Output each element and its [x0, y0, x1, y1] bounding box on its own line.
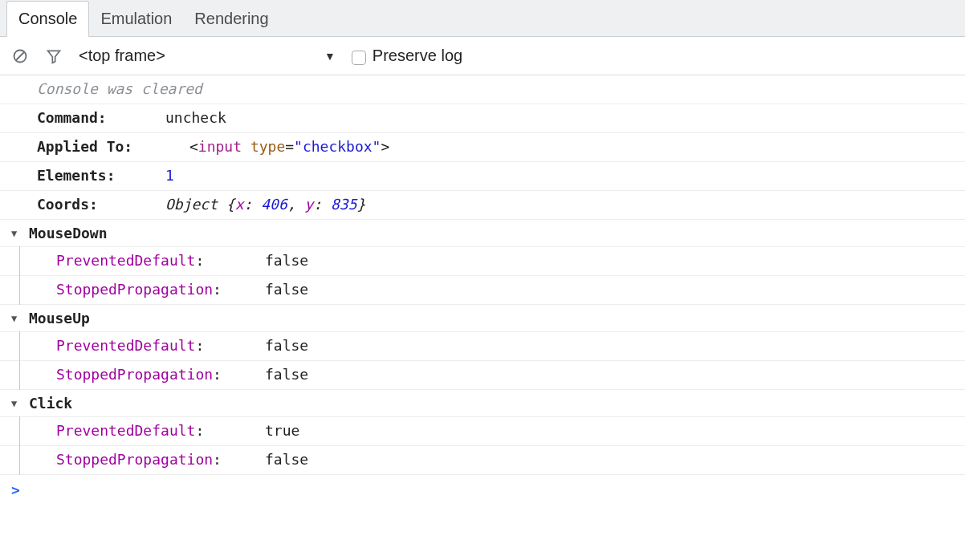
chevron-down-icon: ▼: [324, 50, 336, 63]
console-toolbar: <top frame> ▼ Preserve log: [0, 37, 965, 75]
log-prop-key: PreventedDefault:: [56, 337, 265, 354]
log-row-elements: Elements: 1: [0, 162, 965, 191]
log-label: Applied To:: [37, 138, 165, 155]
log-prop-val: true: [265, 422, 299, 439]
log-value-object[interactable]: Object {x: 406, y: 835}: [165, 196, 365, 213]
obj-sep: :: [244, 196, 262, 213]
log-prop-key: StoppedPropagation:: [56, 451, 265, 468]
log-row-applied-to: Applied To: <input type="checkbox">: [0, 133, 965, 162]
log-prop-key: PreventedDefault:: [56, 422, 265, 439]
log-group-name: MouseDown: [29, 225, 108, 241]
obj-num: 406: [261, 196, 287, 213]
log-label: Elements:: [37, 167, 165, 184]
log-row-coords: Coords: Object {x: 406, y: 835}: [0, 191, 965, 220]
log-group-header[interactable]: ▼ Click: [0, 390, 965, 417]
log-cleared-text: Console was cleared: [37, 80, 202, 97]
obj-open: {: [226, 196, 235, 213]
svg-marker-2: [48, 51, 60, 63]
log-group-row: PreventedDefault: false: [0, 332, 965, 361]
context-selector-label: <top frame>: [79, 47, 320, 65]
log-row-command: Command: uncheck: [0, 104, 965, 133]
preserve-log-toggle[interactable]: Preserve log: [352, 47, 462, 65]
log-group-row: PreventedDefault: true: [0, 417, 965, 446]
disclosure-triangle-icon: ▼: [11, 228, 22, 239]
log-prop-val: false: [265, 252, 308, 269]
log-prop-key: PreventedDefault:: [56, 252, 265, 269]
obj-num: 835: [331, 196, 357, 213]
log-group-header[interactable]: ▼ MouseUp: [0, 305, 965, 332]
clear-console-icon[interactable]: [11, 47, 29, 65]
log-prop-val: false: [265, 281, 308, 298]
checkbox-icon: [352, 51, 366, 65]
prompt-chevron-icon: >: [11, 481, 20, 498]
tok-attr-val: "checkbox": [294, 138, 381, 155]
log-group-header[interactable]: ▼ MouseDown: [0, 220, 965, 247]
tok-tag: input: [198, 138, 242, 155]
tok-eq: =: [285, 138, 294, 155]
log-group-row: StoppedPropagation: false: [0, 446, 965, 475]
console-prompt[interactable]: >: [0, 475, 965, 505]
tok-open: <: [189, 138, 198, 155]
console-log: Console was cleared Command: uncheck App…: [0, 75, 965, 475]
log-value: 1: [165, 167, 174, 184]
log-value-element[interactable]: <input type="checkbox">: [165, 138, 389, 155]
obj-key: y: [304, 196, 313, 213]
tab-emulation[interactable]: Emulation: [89, 2, 183, 36]
log-value: uncheck: [165, 109, 226, 126]
log-group-body: PreventedDefault: false StoppedPropagati…: [0, 247, 965, 305]
preserve-log-label: Preserve log: [373, 47, 462, 65]
log-label: Coords:: [37, 196, 165, 213]
tok-close: >: [381, 138, 389, 155]
obj-prefix: Object: [165, 196, 226, 213]
tab-rendering[interactable]: Rendering: [183, 2, 279, 36]
log-group-body: PreventedDefault: false StoppedPropagati…: [0, 332, 965, 390]
disclosure-triangle-icon: ▼: [11, 313, 22, 324]
obj-comma: ,: [287, 196, 305, 213]
log-prop-val: false: [265, 366, 308, 383]
context-selector[interactable]: <top frame> ▼: [79, 47, 336, 65]
log-label: Command:: [37, 109, 165, 126]
log-prop-val: false: [265, 337, 308, 354]
obj-sep: :: [313, 196, 331, 213]
disclosure-triangle-icon: ▼: [11, 398, 22, 409]
log-group-row: StoppedPropagation: false: [0, 361, 965, 390]
tok-attr-name: type: [250, 138, 285, 155]
log-group-name: MouseUp: [29, 310, 90, 327]
filter-icon[interactable]: [45, 47, 63, 65]
svg-line-1: [16, 52, 24, 60]
log-cleared-message: Console was cleared: [0, 75, 965, 104]
tab-console[interactable]: Console: [6, 1, 89, 37]
obj-key: x: [235, 196, 244, 213]
log-group-body: PreventedDefault: true StoppedPropagatio…: [0, 417, 965, 475]
log-prop-key: StoppedPropagation:: [56, 366, 265, 383]
log-group-row: StoppedPropagation: false: [0, 276, 965, 305]
log-prop-val: false: [265, 451, 308, 468]
log-prop-key: StoppedPropagation:: [56, 281, 265, 298]
obj-close: }: [356, 196, 365, 213]
log-group-name: Click: [29, 395, 72, 412]
log-group-row: PreventedDefault: false: [0, 247, 965, 276]
drawer-tabs: Console Emulation Rendering: [0, 0, 965, 37]
